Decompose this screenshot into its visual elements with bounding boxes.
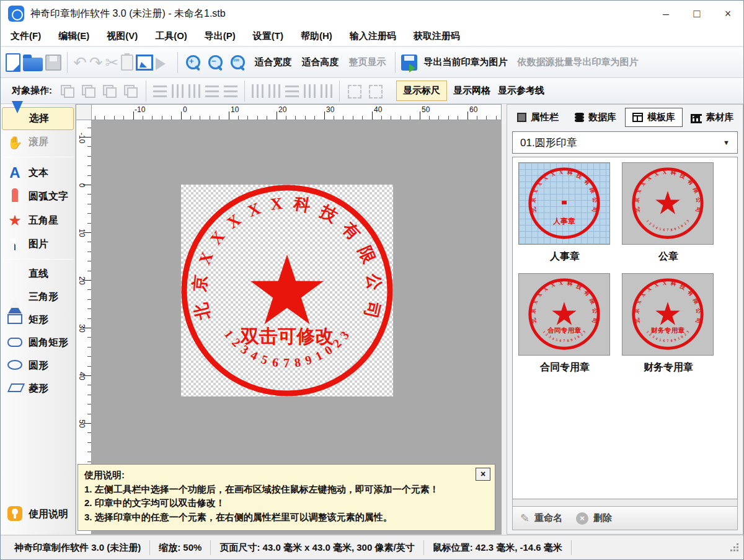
export-current-icon-button[interactable] <box>401 55 417 71</box>
sidebar-item-ellipse[interactable]: 圆形 <box>2 355 74 377</box>
align-left-button[interactable] <box>153 85 167 97</box>
status-app-name: 神奇印章制作软件 3.0 (未注册) <box>6 540 150 555</box>
paste-button[interactable] <box>121 55 133 71</box>
sidebar-item-text[interactable]: A 文本 <box>2 161 74 185</box>
fit-page-button[interactable]: 整页显示 <box>348 56 386 68</box>
sidebar-item-image[interactable]: 图片 <box>2 234 74 255</box>
zoom-in-button[interactable]: + <box>184 55 203 70</box>
cut-button[interactable]: ✂ <box>105 55 119 71</box>
same-width-button[interactable] <box>285 85 299 97</box>
sidebar-item-label: 菱形 <box>29 382 48 395</box>
discard-button[interactable] <box>156 55 172 70</box>
tab-properties[interactable]: 属性栏 <box>510 108 566 127</box>
template-thumb-hr-seal[interactable]: 北京XXXXX科技有限公司 人事章 <box>518 162 610 245</box>
send-to-back-button[interactable] <box>81 84 97 98</box>
image-icon <box>136 55 153 71</box>
resize-grip[interactable] <box>731 544 738 551</box>
show-guides-button[interactable]: 显示参考线 <box>494 81 548 100</box>
ruler-label: 30 <box>78 324 86 333</box>
distribute-h-button[interactable] <box>252 84 264 98</box>
menu-item-edit[interactable]: 编辑(E) <box>58 30 89 42</box>
sidebar-item-line[interactable]: 直线 <box>2 263 74 285</box>
template-category-select[interactable]: 01.圆形印章 ▼ <box>512 131 738 154</box>
align-middle-button[interactable] <box>224 85 237 97</box>
fit-height-button[interactable]: 适合高度 <box>301 56 339 68</box>
template-actions-bar: ✎ 重命名 × 删除 <box>512 507 738 530</box>
sidebar-item-select[interactable]: 选择 <box>2 107 74 130</box>
maximize-button[interactable]: □ <box>681 1 712 27</box>
new-button[interactable] <box>6 53 20 72</box>
picture-icon <box>7 240 23 250</box>
ruler-label: 30 <box>326 105 334 114</box>
seal-graphic[interactable]: 北京XXXXX科技有限公司 双击可修改 1234567891023 <box>178 182 396 400</box>
zoom-actual-button[interactable]: 100 <box>228 55 248 70</box>
minimize-button[interactable]: – <box>650 1 681 27</box>
close-button[interactable]: × <box>712 1 743 27</box>
delete-button[interactable]: 删除 <box>593 512 612 524</box>
menu-item-tools[interactable]: 工具(O) <box>155 30 187 42</box>
export-current-button[interactable]: 导出当前印章为图片 <box>423 56 507 68</box>
tab-materials[interactable]: 素材库 <box>684 108 740 127</box>
menu-item-help[interactable]: 帮助(H) <box>301 30 332 42</box>
send-backward-button[interactable] <box>123 84 139 98</box>
database-icon <box>575 113 584 116</box>
insert-image-button[interactable] <box>136 55 153 71</box>
rename-button[interactable]: 重命名 <box>534 512 562 524</box>
toolbar-separator <box>146 81 146 102</box>
bring-forward-button[interactable] <box>102 84 118 98</box>
template-item[interactable]: 北京XXXXX科技有限公司 合同专用章 1234567891023 合同专用章 <box>518 273 611 380</box>
align-top-button[interactable] <box>205 85 219 97</box>
redo-icon: ↷ <box>89 55 103 71</box>
menu-item-settings[interactable]: 设置(T) <box>253 30 283 42</box>
seal-center-text[interactable]: 双击可修改 <box>240 326 334 346</box>
bring-to-front-button[interactable] <box>60 84 76 98</box>
template-thumb-finance-seal[interactable]: 北京XXXXX科技有限公司 财务专用章 1234567891023 <box>622 273 714 356</box>
menu-item-enter-license[interactable]: 输入注册码 <box>350 30 396 42</box>
sidebar-item-rounded-rectangle[interactable]: 圆角矩形 <box>2 332 74 354</box>
same-height-button[interactable] <box>304 84 316 98</box>
show-ruler-button[interactable]: 显示标尺 <box>396 81 447 101</box>
tab-templates[interactable]: 模板库 <box>625 108 683 127</box>
template-thumb-official-seal[interactable]: 北京XXXXX科技有限公司 1234567891023 <box>622 162 714 245</box>
select-frame-button[interactable] <box>347 84 363 98</box>
same-size-button[interactable] <box>321 84 332 98</box>
transform-frame-button[interactable] <box>368 84 384 98</box>
template-thumb-contract-seal[interactable]: 北京XXXXX科技有限公司 合同专用章 1234567891023 <box>518 273 610 356</box>
show-grid-button[interactable]: 显示网格 <box>450 81 494 100</box>
zoom-out-button[interactable]: − <box>206 55 226 70</box>
seal-star[interactable] <box>250 255 324 324</box>
open-button[interactable] <box>23 54 43 71</box>
template-list: 北京XXXXX科技有限公司 人事章 人事章 <box>512 157 738 499</box>
redo-button[interactable]: ↷ <box>89 55 103 71</box>
template-item[interactable]: 北京XXXXX科技有限公司 人事章 人事章 <box>518 162 611 269</box>
template-item[interactable]: 北京XXXXX科技有限公司 财务专用章 1234567891023 财务专用章 <box>622 273 715 380</box>
tab-database[interactable]: 数据库 <box>567 108 624 127</box>
ellipse-icon <box>7 360 23 372</box>
align-right-button[interactable] <box>188 84 200 98</box>
align-center-h-button[interactable] <box>172 84 184 98</box>
tab-label: 数据库 <box>588 112 616 123</box>
menu-item-view[interactable]: 视图(V) <box>107 30 138 42</box>
menu-bar: 文件(F) 编辑(E) 视图(V) 工具(O) 导出(P) 设置(T) 帮助(H… <box>1 27 743 47</box>
canvas-area: -10 0 10 20 30 40 50 60 -10 0 10 20 30 4… <box>76 104 502 535</box>
svg-text:1234567891023: 1234567891023 <box>646 219 690 232</box>
distribute-v-button[interactable] <box>268 84 280 98</box>
rectangle-icon <box>7 314 23 326</box>
toolbar-separator <box>67 52 68 73</box>
menu-item-file[interactable]: 文件(F) <box>11 30 41 42</box>
sidebar-item-pan[interactable]: ✋ 滚屏 <box>2 131 74 153</box>
save-button[interactable] <box>45 55 61 71</box>
sidebar-item-triangle[interactable]: 三角形 <box>2 286 74 308</box>
title-bar: 神奇印章制作软件 3.0 (未注册) - 未命名1.stb – □ × <box>1 1 743 27</box>
fit-width-button[interactable]: 适合宽度 <box>254 56 291 68</box>
template-item[interactable]: 北京XXXXX科技有限公司 1234567891023 公章 <box>622 162 715 269</box>
undo-button[interactable]: ↶ <box>73 55 87 71</box>
sidebar-item-arc-text[interactable]: 圆弧文字 <box>2 186 74 208</box>
menu-item-get-license[interactable]: 获取注册码 <box>414 30 460 42</box>
menu-item-export[interactable]: 导出(P) <box>205 30 236 42</box>
export-batch-button[interactable]: 依数据源批量导出印章为图片 <box>517 56 638 68</box>
help-button[interactable]: 使用说明 <box>2 502 74 527</box>
sidebar-item-parallelogram[interactable]: 菱形 <box>2 378 74 400</box>
help-close-button[interactable]: × <box>476 468 490 481</box>
sidebar-item-star[interactable]: ★ 五角星 <box>2 209 74 232</box>
